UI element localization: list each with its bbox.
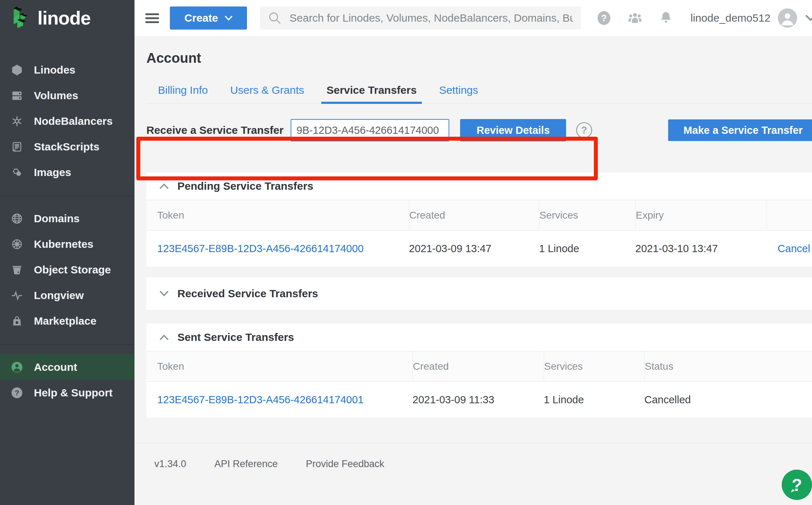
receive-transfer-row: Receive a Service Transfer Review Detail… <box>146 119 812 141</box>
volumes-icon <box>11 89 27 102</box>
notifications-bell-icon[interactable] <box>658 10 674 26</box>
received-transfers-header[interactable]: Received Service Transfers <box>146 277 812 310</box>
sidebar-item-nodebalancers[interactable]: NodeBalancers <box>0 108 134 134</box>
cell-expiry: 2021-03-10 13:47 <box>635 243 767 255</box>
tab-users-grants[interactable]: Users & Grants <box>225 84 309 104</box>
section-title: Received Service Transfers <box>177 287 318 300</box>
transfer-token-link[interactable]: 123E4567-E89B-12D3-A456-426614174001 <box>157 394 363 405</box>
topbar: Create ? linode_demo512 <box>134 0 812 36</box>
sidebar: linode Linodes Volumes NodeBalancers <box>0 0 134 505</box>
chevron-down-icon <box>159 291 169 297</box>
tab-settings[interactable]: Settings <box>434 84 483 104</box>
tab-billing-info[interactable]: Billing Info <box>153 84 213 104</box>
svg-text:?: ? <box>791 475 802 495</box>
footer: v1.34.0 API Reference Provide Feedback <box>134 443 812 470</box>
account-page: Account Billing Info Users & Grants Serv… <box>134 36 812 505</box>
chat-help-icon: ? <box>782 470 812 500</box>
column-header-services: Services <box>539 200 635 230</box>
chat-help-button[interactable]: ? <box>782 470 812 500</box>
avatar[interactable] <box>778 8 797 28</box>
sidebar-item-images[interactable]: Images <box>0 159 134 185</box>
cancel-transfer-link[interactable]: Cancel <box>778 243 810 254</box>
column-header-token: Token <box>146 200 409 230</box>
column-header-created: Created <box>409 200 539 230</box>
sidebar-item-help-support[interactable]: ? Help & Support <box>0 380 134 405</box>
account-person-icon <box>11 361 27 373</box>
chevron-up-icon <box>159 183 169 189</box>
sidebar-divider <box>0 344 134 345</box>
provide-feedback-link[interactable]: Provide Feedback <box>306 458 384 470</box>
chevron-down-icon[interactable] <box>805 15 812 21</box>
globe-icon <box>11 212 27 225</box>
received-transfers-panel: Received Service Transfers <box>146 277 812 310</box>
sent-table-header: Token Created Services Status <box>146 351 812 382</box>
linode-cube-icon <box>11 64 27 76</box>
pending-table-header: Token Created Services Expiry <box>146 200 812 230</box>
pending-transfers-panel: Pending Service Transfers Token Created … <box>146 172 812 267</box>
svg-text:?: ? <box>581 125 587 136</box>
app-version: v1.34.0 <box>154 458 186 470</box>
column-header-status: Status <box>644 351 812 381</box>
username[interactable]: linode_demo512 <box>690 12 771 24</box>
page-title: Account <box>146 50 812 66</box>
bucket-icon <box>11 264 27 276</box>
section-title: Sent Service Transfers <box>177 331 294 343</box>
chevron-up-icon <box>159 334 169 340</box>
account-tabs: Billing Info Users & Grants Service Tran… <box>146 84 812 104</box>
linode-logo[interactable]: linode <box>0 0 134 36</box>
main-area: Create ? linode_demo512 A <box>134 0 812 505</box>
create-button[interactable]: Create <box>170 6 247 30</box>
api-reference-link[interactable]: API Reference <box>215 458 278 470</box>
svg-text:?: ? <box>15 388 19 397</box>
stackscripts-icon <box>11 141 27 153</box>
sidebar-item-volumes[interactable]: Volumes <box>0 83 134 108</box>
logo-wordmark: linode <box>37 7 91 29</box>
sidebar-item-longview[interactable]: Longview <box>0 282 134 308</box>
sidebar-item-account[interactable]: Account <box>0 354 134 380</box>
sidebar-item-object-storage[interactable]: Object Storage <box>0 257 134 282</box>
cell-created: 2021-03-09 11:33 <box>412 394 544 406</box>
sidebar-item-marketplace[interactable]: Marketplace <box>0 308 134 334</box>
tab-service-transfers[interactable]: Service Transfers <box>321 84 422 104</box>
topbar-icons: ? linode_demo512 <box>581 8 812 28</box>
nodebalancers-icon <box>11 115 27 127</box>
community-icon[interactable] <box>627 10 643 26</box>
menu-hamburger-icon[interactable] <box>145 11 159 25</box>
sidebar-item-domains[interactable]: Domains <box>0 206 134 231</box>
search-icon <box>268 11 282 25</box>
marketplace-bag-icon <box>11 315 27 327</box>
sidebar-item-kubernetes[interactable]: Kubernetes <box>0 231 134 257</box>
column-header-services: Services <box>544 351 644 381</box>
search-input[interactable] <box>290 12 573 24</box>
transfer-token-link[interactable]: 123E4567-E89B-12D3-A456-426614174000 <box>157 243 363 254</box>
svg-text:?: ? <box>601 13 607 23</box>
kubernetes-wheel-icon <box>11 238 27 250</box>
review-details-button[interactable]: Review Details <box>460 119 566 141</box>
question-circle-outline-icon[interactable]: ? <box>575 122 593 139</box>
cell-status: Cancelled <box>644 394 812 406</box>
pending-transfers-header[interactable]: Pending Service Transfers <box>146 172 812 200</box>
column-header-created: Created <box>412 351 544 381</box>
cell-services: 1 Linode <box>544 394 644 406</box>
sidebar-item-stackscripts[interactable]: StackScripts <box>0 134 134 159</box>
receive-transfer-label: Receive a Service Transfer <box>146 124 283 136</box>
sent-transfers-panel: Sent Service Transfers Token Created Ser… <box>146 324 812 418</box>
make-service-transfer-button[interactable]: Make a Service Transfer <box>668 119 812 141</box>
images-icon <box>11 166 27 179</box>
help-icon[interactable]: ? <box>596 10 612 26</box>
chevron-down-icon <box>225 16 233 21</box>
column-header-actions <box>767 200 812 230</box>
sidebar-nav: Linodes Volumes NodeBalancers StackScrip… <box>0 57 134 405</box>
sent-transfers-header[interactable]: Sent Service Transfers <box>146 324 812 351</box>
pending-table-row: 123E4567-E89B-12D3-A456-426614174000 202… <box>146 230 812 267</box>
column-header-expiry: Expiry <box>635 200 767 230</box>
section-title: Pending Service Transfers <box>177 180 313 192</box>
global-search <box>260 6 581 30</box>
cell-created: 2021-03-09 13:47 <box>409 243 539 255</box>
sidebar-item-linodes[interactable]: Linodes <box>0 57 134 83</box>
pulse-icon <box>11 289 27 302</box>
cell-services: 1 Linode <box>539 243 635 255</box>
transfer-token-input[interactable] <box>291 119 449 141</box>
linode-cloud-manager: linode Linodes Volumes NodeBalancers <box>0 0 812 505</box>
sidebar-divider <box>0 196 134 196</box>
